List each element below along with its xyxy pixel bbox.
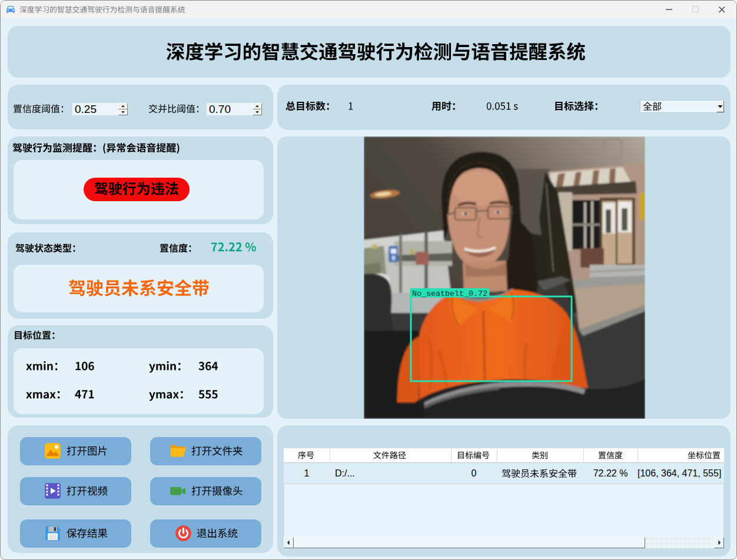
svg-text:No_seatbelt_0.72: No_seatbelt_0.72 bbox=[412, 289, 487, 298]
